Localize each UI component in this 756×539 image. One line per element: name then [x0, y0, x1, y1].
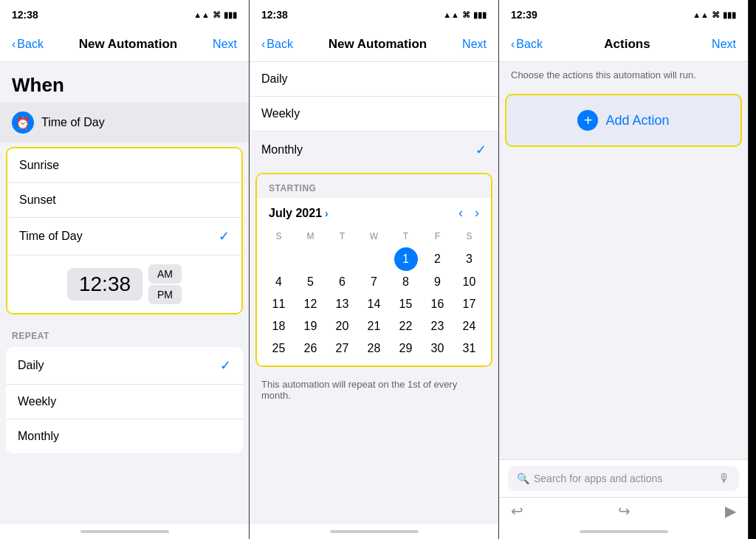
cal-days-row3: 11 12 13 14 15 16 17 [263, 293, 485, 315]
search-icon: 🔍 [517, 473, 529, 484]
monthly-checkmark: ✓ [475, 142, 487, 158]
cal-day-6[interactable]: 6 [326, 271, 358, 293]
home-bar-3 [580, 530, 668, 533]
option-sunrise[interactable]: Sunrise [7, 148, 241, 183]
battery-icon-3: ▮▮▮ [723, 10, 736, 20]
clock-icon: ⏰ [12, 111, 34, 134]
signal-icon: ▲▲ [193, 10, 210, 19]
cal-day-17[interactable]: 17 [453, 293, 485, 315]
cal-day-4[interactable]: 4 [263, 271, 295, 293]
month-chevron-icon[interactable]: › [325, 207, 329, 219]
cal-day-23[interactable]: 23 [422, 315, 453, 337]
cal-day-22[interactable]: 22 [390, 315, 422, 337]
cal-grid: S M T W T F S 1 2 3 [257, 228, 491, 365]
cal-day-11[interactable]: 11 [263, 293, 295, 315]
redo-button[interactable]: ↪ [618, 502, 630, 520]
cal-day-5[interactable]: 5 [295, 271, 326, 293]
home-bar-1 [80, 530, 169, 533]
add-action-plus-icon: + [577, 110, 598, 131]
cal-nav: ‹ › [458, 205, 479, 221]
add-action-label: Add Action [605, 113, 669, 128]
nav-bar-1: ‹ Back New Automation Next [0, 27, 249, 62]
cal-day-14[interactable]: 14 [358, 293, 390, 315]
phone-screen-2: 12:38 ▲▲ ⌘ ▮▮▮ ‹ Back New Automation Nex… [250, 0, 499, 539]
search-bar-container: 🔍 Search for apps and actions 🎙 [499, 459, 748, 497]
wifi-icon-3: ⌘ [712, 10, 720, 20]
status-time-3: 12:39 [511, 9, 537, 21]
cal-day-26[interactable]: 26 [295, 337, 326, 360]
timeofday-checkmark: ✓ [219, 228, 230, 244]
phone-screen-3: 12:39 ▲▲ ⌘ ▮▮▮ ‹ Back Actions Next Choos… [499, 0, 749, 539]
repeat-monthly[interactable]: Monthly [6, 419, 243, 453]
status-time-2: 12:38 [261, 9, 288, 21]
next-button-2[interactable]: Next [462, 38, 487, 51]
nav-title-1: New Automation [79, 37, 177, 52]
signal-icon-3: ▲▲ [693, 10, 709, 19]
status-time-1: 12:38 [12, 9, 38, 21]
cal-day-8[interactable]: 8 [390, 271, 422, 293]
cal-day-15[interactable]: 15 [390, 293, 422, 315]
cal-day-7[interactable]: 7 [358, 271, 390, 293]
home-bar-2 [330, 530, 419, 533]
nav-title-3: Actions [604, 37, 650, 52]
back-button-1[interactable]: ‹ Back [12, 38, 44, 51]
day-t1: T [326, 228, 358, 244]
next-button-1[interactable]: Next [213, 38, 237, 51]
mic-icon[interactable]: 🎙 [718, 472, 730, 485]
send-button[interactable]: ▶ [725, 502, 736, 520]
cal-prev-button[interactable]: ‹ [458, 205, 463, 221]
cal-day-empty2 [295, 247, 326, 271]
cal-day-30[interactable]: 30 [422, 337, 453, 360]
next-button-3[interactable]: Next [712, 38, 736, 51]
day-f: F [422, 228, 453, 244]
cal-day-3[interactable]: 3 [453, 247, 485, 271]
cal-next-button[interactable]: › [475, 205, 479, 221]
cal-day-29[interactable]: 29 [390, 337, 422, 360]
cal-day-empty3 [326, 247, 358, 271]
add-action-button[interactable]: + Add Action [505, 94, 742, 147]
cal-day-1[interactable]: 1 [394, 247, 418, 271]
cal-day-9[interactable]: 9 [422, 271, 453, 293]
search-bar[interactable]: 🔍 Search for apps and actions 🎙 [508, 466, 739, 491]
screen1-content: When ⏰ Time of Day Sunrise Sunset Time o… [0, 62, 249, 524]
undo-button[interactable]: ↩ [511, 502, 523, 520]
back-button-2[interactable]: ‹ Back [261, 38, 293, 51]
cal-day-27[interactable]: 27 [326, 337, 358, 360]
cal-day-25[interactable]: 25 [263, 337, 295, 360]
time-of-day-row[interactable]: ⏰ Time of Day [0, 103, 249, 143]
cal-day-31[interactable]: 31 [453, 337, 485, 360]
option-timeofday[interactable]: Time of Day ✓ [7, 218, 241, 255]
pm-button[interactable]: PM [148, 285, 182, 304]
cal-day-21[interactable]: 21 [358, 315, 390, 337]
freq-daily[interactable]: Daily [250, 62, 498, 97]
option-sunset[interactable]: Sunset [7, 183, 241, 218]
cal-day-2[interactable]: 2 [422, 247, 453, 271]
status-icons-3: ▲▲ ⌘ ▮▮▮ [693, 10, 736, 20]
cal-day-18[interactable]: 18 [263, 315, 295, 337]
battery-icon: ▮▮▮ [224, 10, 237, 20]
cal-days-row4: 18 19 20 21 22 23 24 [263, 315, 485, 337]
time-display[interactable]: 12:38 [67, 268, 142, 301]
actions-subtitle: Choose the actions this automation will … [499, 62, 748, 88]
cal-day-20[interactable]: 20 [326, 315, 358, 337]
cal-day-19[interactable]: 19 [295, 315, 326, 337]
am-button[interactable]: AM [148, 264, 182, 284]
cal-day-12[interactable]: 12 [295, 293, 326, 315]
freq-group: Daily Weekly Monthly ✓ [250, 62, 498, 168]
cal-day-10[interactable]: 10 [453, 271, 485, 293]
repeat-header: REPEAT [0, 319, 249, 344]
cal-day-13[interactable]: 13 [326, 293, 358, 315]
search-placeholder: Search for apps and actions [534, 473, 714, 484]
when-header: When [0, 62, 249, 103]
cal-month-year: July 2021 › [269, 207, 329, 220]
back-button-3[interactable]: ‹ Back [511, 38, 543, 51]
freq-monthly[interactable]: Monthly ✓ [250, 131, 498, 168]
cal-day-16[interactable]: 16 [422, 293, 453, 315]
cal-day-24[interactable]: 24 [453, 315, 485, 337]
freq-weekly[interactable]: Weekly [250, 97, 498, 131]
cal-day-empty1 [263, 247, 295, 271]
repeat-weekly[interactable]: Weekly [6, 385, 243, 419]
repeat-daily[interactable]: Daily ✓ [6, 347, 243, 385]
cal-day-28[interactable]: 28 [358, 337, 390, 360]
screen2-content: Daily Weekly Monthly ✓ STARTING July 202… [250, 62, 498, 524]
